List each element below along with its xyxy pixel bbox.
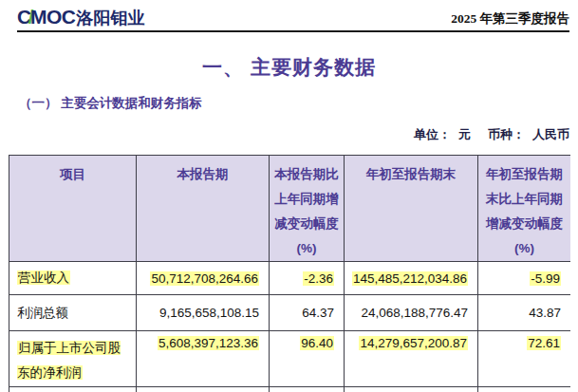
cell-current-period: 5,608,397,123.36 bbox=[137, 331, 270, 387]
col-header-current-change: 本报告期比上年同期增减变动幅度(%) bbox=[270, 156, 345, 262]
cell-current-change: 96.40 bbox=[270, 331, 345, 387]
cell-current-period: 9,165,658,108.15 bbox=[137, 295, 270, 331]
cell-ytd: 145,485,212,034.86 bbox=[345, 262, 478, 295]
financial-table: 项目 本报告期 本报告期比上年同期增减变动幅度(%) 年初至报告期末 年初至报告… bbox=[9, 155, 570, 392]
currency-label: 币种： bbox=[488, 127, 525, 141]
cell-ytd-change: -5.99 bbox=[478, 262, 571, 295]
cell-current-change: 64.37 bbox=[270, 295, 345, 331]
currency-value: 人民币 bbox=[532, 127, 569, 141]
table-row-net-profit: 归属于上市公司股东的净利润 5,608,397,123.36 96.40 14,… bbox=[9, 331, 571, 387]
cell-ytd-change: 43.87 bbox=[478, 295, 571, 331]
financial-table-container: 项目 本报告期 本报告期比上年同期增减变动幅度(%) 年初至报告期末 年初至报告… bbox=[9, 155, 570, 392]
subsection-title: （一） 主要会计数据和财务指标 bbox=[19, 95, 202, 112]
cell-item: 归属于上市公司股东的净利润 bbox=[9, 331, 137, 387]
logo-moc: MOC bbox=[30, 6, 76, 28]
logo-text-latin: C/MOC bbox=[17, 6, 76, 28]
table-row-total-profit: 利润总额 9,165,658,108.15 64.37 24,068,188,7… bbox=[9, 295, 571, 331]
col-header-item: 项目 bbox=[9, 156, 137, 262]
table-header-row: 项目 本报告期 本报告期比上年同期增减变动幅度(%) 年初至报告期末 年初至报告… bbox=[9, 156, 571, 262]
col-header-ytd-change: 年初至报告期末比上年同期增减变动幅度(%) bbox=[478, 156, 571, 262]
units-line: 单位：元币种：人民币 bbox=[414, 126, 569, 143]
report-period-title: 2025 年第三季度报告 bbox=[451, 10, 569, 28]
cell-ytd: 14,279,657,200.87 bbox=[345, 331, 478, 387]
cmoc-logo: C/MOC洛阳钼业 bbox=[17, 6, 145, 29]
table-row-revenue: 营业收入 50,712,708,264.66 -2.36 145,485,212… bbox=[9, 262, 571, 295]
cell-current-change: -2.36 bbox=[270, 262, 345, 295]
unit-label: 单位： bbox=[414, 127, 451, 141]
report-page: { "header": { "logo_c": "C", "logo_slash… bbox=[0, 0, 578, 392]
unit-value: 元 bbox=[458, 127, 471, 141]
col-header-current-period: 本报告期 bbox=[137, 156, 270, 262]
header-divider bbox=[17, 30, 569, 32]
col-header-ytd: 年初至报告期末 bbox=[345, 156, 478, 262]
cell-item: 营业收入 bbox=[9, 262, 137, 295]
cell-ytd: 24,068,188,776.47 bbox=[345, 295, 478, 331]
table-row-partial bbox=[9, 387, 571, 392]
cell-ytd-change: 72.61 bbox=[478, 331, 571, 387]
cell-current-period: 50,712,708,264.66 bbox=[137, 262, 270, 295]
logo-text-chinese: 洛阳钼业 bbox=[77, 9, 145, 28]
section-title: 一、 主要财务数据 bbox=[0, 54, 578, 81]
cell-item: 利润总额 bbox=[9, 295, 137, 331]
